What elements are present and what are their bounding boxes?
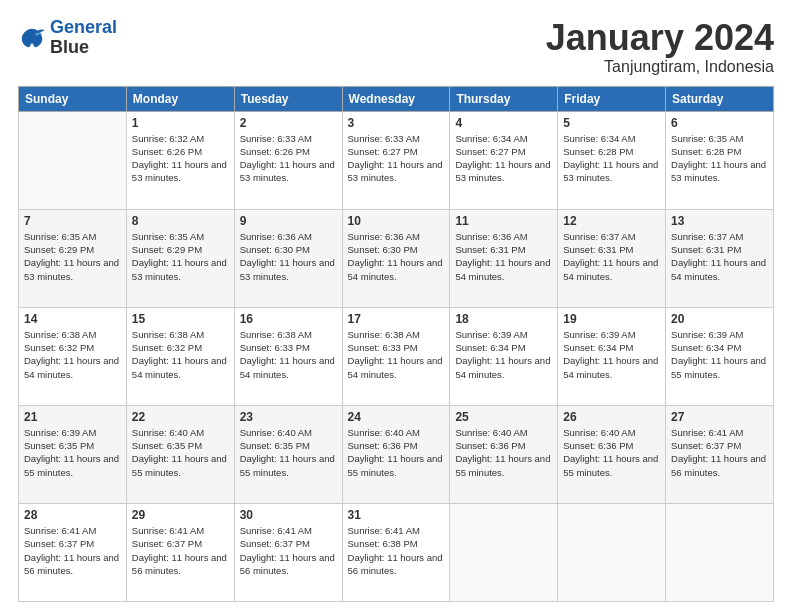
- day-info: Sunrise: 6:34 AMSunset: 6:28 PMDaylight:…: [563, 132, 660, 185]
- day-info: Sunrise: 6:35 AMSunset: 6:29 PMDaylight:…: [132, 230, 229, 283]
- table-row: 22Sunrise: 6:40 AMSunset: 6:35 PMDayligh…: [126, 405, 234, 503]
- day-number: 10: [348, 214, 445, 228]
- table-row: 7Sunrise: 6:35 AMSunset: 6:29 PMDaylight…: [19, 209, 127, 307]
- table-row: 15Sunrise: 6:38 AMSunset: 6:32 PMDayligh…: [126, 307, 234, 405]
- table-row: 28Sunrise: 6:41 AMSunset: 6:37 PMDayligh…: [19, 503, 127, 601]
- day-info: Sunrise: 6:33 AMSunset: 6:26 PMDaylight:…: [240, 132, 337, 185]
- table-row: 11Sunrise: 6:36 AMSunset: 6:31 PMDayligh…: [450, 209, 558, 307]
- day-info: Sunrise: 6:39 AMSunset: 6:34 PMDaylight:…: [563, 328, 660, 381]
- day-number: 24: [348, 410, 445, 424]
- day-info: Sunrise: 6:35 AMSunset: 6:29 PMDaylight:…: [24, 230, 121, 283]
- day-info: Sunrise: 6:37 AMSunset: 6:31 PMDaylight:…: [671, 230, 768, 283]
- day-number: 19: [563, 312, 660, 326]
- day-number: 7: [24, 214, 121, 228]
- day-number: 27: [671, 410, 768, 424]
- table-row: 3Sunrise: 6:33 AMSunset: 6:27 PMDaylight…: [342, 111, 450, 209]
- logo-text: General Blue: [50, 18, 117, 58]
- table-row: 14Sunrise: 6:38 AMSunset: 6:32 PMDayligh…: [19, 307, 127, 405]
- table-row: [450, 503, 558, 601]
- day-info: Sunrise: 6:38 AMSunset: 6:32 PMDaylight:…: [24, 328, 121, 381]
- day-number: 5: [563, 116, 660, 130]
- day-number: 6: [671, 116, 768, 130]
- table-row: 24Sunrise: 6:40 AMSunset: 6:36 PMDayligh…: [342, 405, 450, 503]
- table-row: 8Sunrise: 6:35 AMSunset: 6:29 PMDaylight…: [126, 209, 234, 307]
- day-info: Sunrise: 6:38 AMSunset: 6:33 PMDaylight:…: [240, 328, 337, 381]
- day-info: Sunrise: 6:41 AMSunset: 6:37 PMDaylight:…: [132, 524, 229, 577]
- calendar-header-row: Sunday Monday Tuesday Wednesday Thursday…: [19, 86, 774, 111]
- day-info: Sunrise: 6:37 AMSunset: 6:31 PMDaylight:…: [563, 230, 660, 283]
- day-info: Sunrise: 6:41 AMSunset: 6:37 PMDaylight:…: [671, 426, 768, 479]
- table-row: 18Sunrise: 6:39 AMSunset: 6:34 PMDayligh…: [450, 307, 558, 405]
- day-info: Sunrise: 6:40 AMSunset: 6:35 PMDaylight:…: [132, 426, 229, 479]
- logo-bird-icon: [18, 24, 46, 52]
- day-number: 25: [455, 410, 552, 424]
- day-number: 2: [240, 116, 337, 130]
- day-info: Sunrise: 6:38 AMSunset: 6:33 PMDaylight:…: [348, 328, 445, 381]
- day-info: Sunrise: 6:41 AMSunset: 6:37 PMDaylight:…: [24, 524, 121, 577]
- table-row: 17Sunrise: 6:38 AMSunset: 6:33 PMDayligh…: [342, 307, 450, 405]
- table-row: 20Sunrise: 6:39 AMSunset: 6:34 PMDayligh…: [666, 307, 774, 405]
- day-number: 22: [132, 410, 229, 424]
- day-info: Sunrise: 6:32 AMSunset: 6:26 PMDaylight:…: [132, 132, 229, 185]
- table-row: 25Sunrise: 6:40 AMSunset: 6:36 PMDayligh…: [450, 405, 558, 503]
- day-info: Sunrise: 6:38 AMSunset: 6:32 PMDaylight:…: [132, 328, 229, 381]
- day-info: Sunrise: 6:33 AMSunset: 6:27 PMDaylight:…: [348, 132, 445, 185]
- calendar-week-row: 1Sunrise: 6:32 AMSunset: 6:26 PMDaylight…: [19, 111, 774, 209]
- table-row: 5Sunrise: 6:34 AMSunset: 6:28 PMDaylight…: [558, 111, 666, 209]
- calendar-week-row: 28Sunrise: 6:41 AMSunset: 6:37 PMDayligh…: [19, 503, 774, 601]
- table-row: [19, 111, 127, 209]
- day-info: Sunrise: 6:39 AMSunset: 6:35 PMDaylight:…: [24, 426, 121, 479]
- day-number: 8: [132, 214, 229, 228]
- col-sunday: Sunday: [19, 86, 127, 111]
- day-info: Sunrise: 6:39 AMSunset: 6:34 PMDaylight:…: [671, 328, 768, 381]
- day-number: 17: [348, 312, 445, 326]
- day-info: Sunrise: 6:40 AMSunset: 6:36 PMDaylight:…: [455, 426, 552, 479]
- table-row: [666, 503, 774, 601]
- table-row: 1Sunrise: 6:32 AMSunset: 6:26 PMDaylight…: [126, 111, 234, 209]
- day-info: Sunrise: 6:40 AMSunset: 6:36 PMDaylight:…: [348, 426, 445, 479]
- day-info: Sunrise: 6:41 AMSunset: 6:38 PMDaylight:…: [348, 524, 445, 577]
- table-row: 10Sunrise: 6:36 AMSunset: 6:30 PMDayligh…: [342, 209, 450, 307]
- day-number: 20: [671, 312, 768, 326]
- table-row: 30Sunrise: 6:41 AMSunset: 6:37 PMDayligh…: [234, 503, 342, 601]
- day-number: 9: [240, 214, 337, 228]
- col-saturday: Saturday: [666, 86, 774, 111]
- logo-line2: Blue: [50, 38, 117, 58]
- day-number: 26: [563, 410, 660, 424]
- header: General Blue January 2024 Tanjungtiram, …: [18, 18, 774, 76]
- table-row: 6Sunrise: 6:35 AMSunset: 6:28 PMDaylight…: [666, 111, 774, 209]
- calendar-week-row: 14Sunrise: 6:38 AMSunset: 6:32 PMDayligh…: [19, 307, 774, 405]
- day-number: 31: [348, 508, 445, 522]
- table-row: 9Sunrise: 6:36 AMSunset: 6:30 PMDaylight…: [234, 209, 342, 307]
- table-row: 21Sunrise: 6:39 AMSunset: 6:35 PMDayligh…: [19, 405, 127, 503]
- day-info: Sunrise: 6:39 AMSunset: 6:34 PMDaylight:…: [455, 328, 552, 381]
- day-number: 15: [132, 312, 229, 326]
- page: General Blue January 2024 Tanjungtiram, …: [0, 0, 792, 612]
- table-row: 13Sunrise: 6:37 AMSunset: 6:31 PMDayligh…: [666, 209, 774, 307]
- day-number: 14: [24, 312, 121, 326]
- table-row: 12Sunrise: 6:37 AMSunset: 6:31 PMDayligh…: [558, 209, 666, 307]
- table-row: 16Sunrise: 6:38 AMSunset: 6:33 PMDayligh…: [234, 307, 342, 405]
- day-info: Sunrise: 6:41 AMSunset: 6:37 PMDaylight:…: [240, 524, 337, 577]
- calendar-week-row: 7Sunrise: 6:35 AMSunset: 6:29 PMDaylight…: [19, 209, 774, 307]
- day-info: Sunrise: 6:34 AMSunset: 6:27 PMDaylight:…: [455, 132, 552, 185]
- table-row: 29Sunrise: 6:41 AMSunset: 6:37 PMDayligh…: [126, 503, 234, 601]
- day-number: 18: [455, 312, 552, 326]
- day-number: 28: [24, 508, 121, 522]
- table-row: [558, 503, 666, 601]
- day-info: Sunrise: 6:36 AMSunset: 6:30 PMDaylight:…: [240, 230, 337, 283]
- table-row: 27Sunrise: 6:41 AMSunset: 6:37 PMDayligh…: [666, 405, 774, 503]
- table-row: 19Sunrise: 6:39 AMSunset: 6:34 PMDayligh…: [558, 307, 666, 405]
- day-number: 11: [455, 214, 552, 228]
- day-number: 12: [563, 214, 660, 228]
- main-title: January 2024: [546, 18, 774, 58]
- day-number: 4: [455, 116, 552, 130]
- sub-title: Tanjungtiram, Indonesia: [546, 58, 774, 76]
- table-row: 4Sunrise: 6:34 AMSunset: 6:27 PMDaylight…: [450, 111, 558, 209]
- logo: General Blue: [18, 18, 117, 58]
- col-tuesday: Tuesday: [234, 86, 342, 111]
- col-friday: Friday: [558, 86, 666, 111]
- col-wednesday: Wednesday: [342, 86, 450, 111]
- day-info: Sunrise: 6:36 AMSunset: 6:31 PMDaylight:…: [455, 230, 552, 283]
- day-number: 3: [348, 116, 445, 130]
